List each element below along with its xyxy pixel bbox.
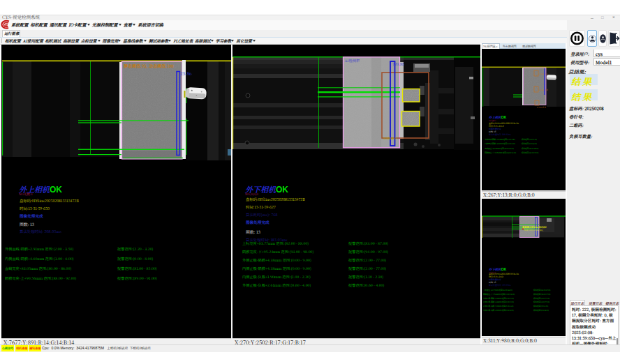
svg-text:AI检测框: AI检测框 (345, 58, 361, 63)
svg-text:4 mm2.8: 4 mm2.8 (537, 106, 546, 109)
svg-text:4 mm3.0: 4 mm3.0 (539, 89, 548, 91)
svg-text:720.88: 720.88 (392, 61, 404, 67)
svg-text:光斑数量:0: 光斑数量:0 (383, 136, 397, 140)
svg-text:时间:13-31-59-627 标定: 时间:13-31-59-627 标定 (524, 229, 544, 232)
svg-text:4 mm2.6: 4 mm2.6 (539, 73, 548, 75)
svg-text:静态阈值:93, 动态阈值:100: 静态阈值:93, 动态阈值:100 (124, 63, 174, 69)
svg-text:25.86: 25.86 (180, 70, 192, 77)
